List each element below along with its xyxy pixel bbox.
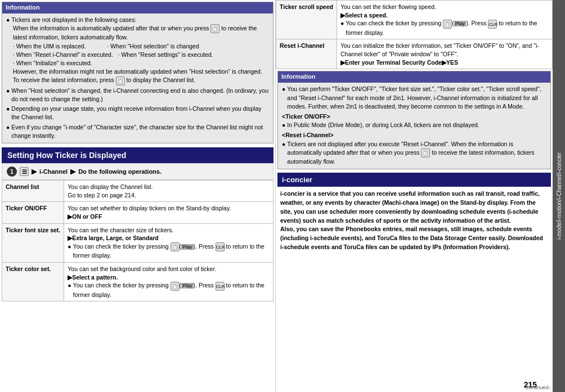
right-top-section: Ticker scroll speed You can set the tick… <box>276 0 553 69</box>
table-row: Ticker color set. You can set the backgr… <box>2 263 273 301</box>
clr-icon-2: CLR <box>216 282 225 291</box>
right-info-item-3: ● Tickers are not displayed after you ex… <box>282 140 546 166</box>
check-icon-2: 📋 <box>171 282 180 291</box>
feature-table-left: Channel list You can display the Channel… <box>2 180 273 301</box>
info-sub-3: · When "Initialize" is executed. <box>6 59 269 67</box>
arrow-2: ▶ <box>70 168 75 175</box>
table-row: Ticker scroll speed You can set the tick… <box>276 1 553 39</box>
button-icon-2: 📋 <box>116 76 125 85</box>
info-item-1: ● Tickers are not displayed in the follo… <box>6 16 269 85</box>
table-label-reset-ichannel: Reset i-Channel <box>276 39 337 69</box>
iconcier-header: i-concier <box>277 173 551 187</box>
step-number: 1 <box>7 166 17 177</box>
menu-icon: ☰ <box>20 167 29 176</box>
table-row: Channel list You can display the Channel… <box>2 181 273 202</box>
table-row: Reset i-Channel You can initialize the t… <box>276 39 553 69</box>
table-label-ticker-color: Ticker color set. <box>2 263 64 301</box>
table-label-channel-list: Channel list <box>2 181 64 202</box>
right-info-item-1: ● You can perform "Ticker ON/OFF", "Tick… <box>282 85 546 111</box>
right-info-box-header: Information <box>278 71 550 83</box>
info-sub-2: · When "Reset i-Channel" is executed. · … <box>6 51 269 59</box>
right-info-text-3: Tickers are not displayed after you exec… <box>287 140 546 166</box>
right-feature-table: Ticker scroll speed You can set the tick… <box>276 0 553 69</box>
clr-icon-1: CLR <box>216 242 225 251</box>
info-text-1: Tickers are not displayed in the followi… <box>11 16 136 24</box>
right-wrapper: Ticker scroll speed You can set the tick… <box>276 0 565 392</box>
button-icon: 📋 <box>210 24 219 33</box>
left-column: Information ● Tickers are not displayed … <box>0 0 276 392</box>
table-row: Ticker ON/OFF You can set whether to dis… <box>2 202 273 223</box>
table-content-reset-ichannel: You can initialize the ticker informatio… <box>337 39 552 69</box>
continued-label: Continued↓ <box>525 385 551 390</box>
table-content-ticker-color: You can set the background color and fon… <box>64 263 273 301</box>
info-indent-1: When the information is automatically up… <box>6 24 269 42</box>
left-info-box: Information ● Tickers are not displayed … <box>2 2 273 143</box>
table-label-ticker-onoff: Ticker ON/OFF <box>2 202 64 223</box>
side-tab-text: i-mode/i-motion/i-Channel/i-concier <box>555 152 563 240</box>
info-sub-1: · When the UIM is replaced. · When "Host… <box>6 42 269 51</box>
check-icon-3: 📋 <box>443 20 452 29</box>
info-text-3: Depending on your usage state, you might… <box>11 105 269 121</box>
section-header-ticker: Setting How Ticker is Displayed <box>2 147 273 163</box>
step-row: 1 ☰ ▶ i-Channel ▶ Do the following opera… <box>2 163 273 180</box>
table-content-channel-list: You can display the Channel list.Go to s… <box>64 181 273 202</box>
table-content-ticker-font: You can set the character size of ticker… <box>64 223 273 262</box>
right-info-text-2: In Public Mode (Drive Mode), or during L… <box>287 121 479 129</box>
table-label-ticker-font: Ticker font size set. <box>2 223 64 262</box>
iconcier-text: i-concier is a service that you can rece… <box>280 190 543 250</box>
button-icon-3: 📋 <box>421 148 430 157</box>
info-text-4: Even if you change "i-mode" of "Characte… <box>11 123 269 140</box>
arrow-1: ▶ <box>32 168 37 175</box>
info-extra-1: However, the information might not be au… <box>6 67 269 85</box>
step-label-ichannel: i-Channel <box>39 168 68 175</box>
table-content-ticker-onoff: You can set whether to display tickers o… <box>64 202 273 223</box>
step-do-following: Do the following operations. <box>78 168 162 175</box>
check-icon-1: 📋 <box>171 242 180 251</box>
right-info-text-1: You can perform "Ticker ON/OFF", "Ticker… <box>287 85 546 111</box>
iconcier-body: i-concier is a service that you can rece… <box>276 187 553 254</box>
info-item-2: ● When "Host selection" is changed, the … <box>6 87 269 103</box>
table-label-scroll-speed: Ticker scroll speed <box>276 1 337 39</box>
side-tab: i-mode/i-motion/i-Channel/i-concier <box>553 0 565 392</box>
clr-icon-3: CLR <box>488 20 497 29</box>
info-box-header: Information <box>2 2 273 13</box>
table-content-scroll-speed: You can set the ticker flowing speed.▶Se… <box>337 1 552 39</box>
info-text-2: When "Host selection" is changed, the i-… <box>11 87 269 103</box>
info-item-4: ● Even if you change "i-mode" of "Charac… <box>6 123 269 140</box>
feature-table-wrapper: Channel list You can display the Channel… <box>0 180 275 392</box>
right-info-box: Information ● You can perform "Ticker ON… <box>277 71 551 169</box>
right-info-subheader-1: <Ticker ON/OFF> <box>282 112 546 121</box>
right-info-subheader-2: <Reset i-Channel> <box>282 131 546 139</box>
table-row: Ticker font size set. You can set the ch… <box>2 223 273 262</box>
info-item-3: ● Depending on your usage state, you mig… <box>6 105 269 121</box>
right-info-item-2: ● In Public Mode (Drive Mode), or during… <box>282 121 546 129</box>
